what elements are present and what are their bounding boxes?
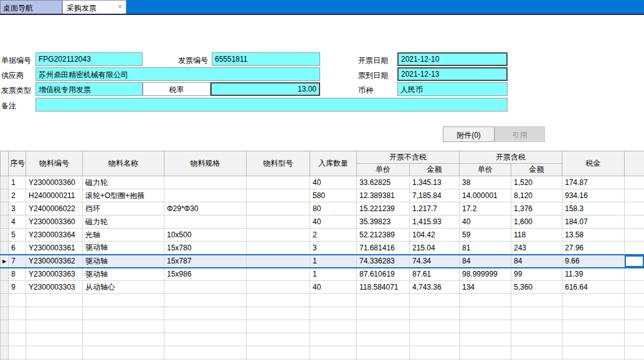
table-cell-model[interactable] bbox=[247, 216, 310, 229]
table-cell-no[interactable]: 8 bbox=[9, 268, 26, 281]
table-cell-empty[interactable] bbox=[164, 307, 247, 320]
table-cell-empty[interactable] bbox=[310, 346, 357, 359]
table-cell-no[interactable]: 3 bbox=[9, 202, 26, 216]
table-cell-amt_ex[interactable]: 1,345.13 bbox=[410, 176, 460, 189]
table-cell-qty[interactable]: 40 bbox=[310, 176, 357, 189]
table-cell-spec[interactable] bbox=[164, 189, 247, 202]
table-cell-empty[interactable] bbox=[83, 333, 164, 346]
table-cell-amt_ex[interactable]: 104.42 bbox=[410, 229, 460, 242]
table-cell-empty[interactable] bbox=[562, 333, 625, 346]
table-cell-amt_in[interactable]: 1,376 bbox=[511, 202, 562, 216]
table-cell-empty[interactable] bbox=[83, 346, 164, 359]
table-cell-empty[interactable] bbox=[625, 307, 644, 320]
table-cell-amt_in[interactable]: 8,120 bbox=[511, 189, 562, 202]
table-cell-extra[interactable] bbox=[625, 189, 644, 202]
table-cell-amt_ex[interactable]: 7,185.84 bbox=[410, 189, 460, 202]
table-cell-spec[interactable] bbox=[164, 176, 247, 189]
table-cell-name[interactable]: 从动轴心 bbox=[83, 281, 164, 294]
table-cell-unit_in[interactable]: 81 bbox=[460, 242, 511, 255]
table-cell-unit_in[interactable]: 59 bbox=[460, 229, 511, 242]
table-cell-empty[interactable] bbox=[83, 320, 164, 333]
header-name[interactable]: 物料名称 bbox=[83, 151, 164, 176]
table-cell-code[interactable]: H2400000211 bbox=[26, 189, 83, 202]
table-cell-spec[interactable]: 15x787 bbox=[164, 255, 247, 268]
table-cell-code[interactable]: Y2300003303 bbox=[26, 281, 83, 294]
table-cell-empty[interactable] bbox=[511, 346, 562, 359]
table-cell-empty[interactable] bbox=[562, 320, 625, 333]
table-cell-qty[interactable]: 3 bbox=[310, 242, 357, 255]
table-cell-amt_in[interactable]: 118 bbox=[511, 229, 562, 242]
header-unit-price-excl[interactable]: 单价 bbox=[357, 164, 410, 176]
table-cell-spec[interactable] bbox=[164, 216, 247, 229]
table-cell-empty[interactable] bbox=[83, 294, 164, 307]
table-cell-empty[interactable] bbox=[247, 307, 310, 320]
table-cell-empty[interactable] bbox=[562, 346, 625, 359]
table-cell-name[interactable]: 驱动轴 bbox=[83, 242, 164, 255]
table-cell-empty[interactable] bbox=[460, 294, 511, 307]
row-selector[interactable] bbox=[1, 216, 9, 229]
header-code[interactable]: 物料编号 bbox=[26, 151, 83, 176]
row-selector[interactable] bbox=[1, 281, 9, 294]
table-cell-amt_in[interactable]: 84 bbox=[511, 255, 562, 268]
row-selector[interactable] bbox=[1, 346, 9, 359]
invoice-type-field[interactable]: 增值税专用发票 bbox=[36, 82, 143, 96]
table-cell-amt_in[interactable]: 5,360 bbox=[511, 281, 562, 294]
table-cell-empty[interactable] bbox=[511, 307, 562, 320]
table-cell-unit_ex[interactable]: 87.610619 bbox=[357, 268, 410, 281]
table-cell-extra[interactable] bbox=[625, 202, 644, 216]
table-cell-qty[interactable]: 1 bbox=[310, 255, 357, 268]
table-cell-empty[interactable] bbox=[310, 294, 357, 307]
table-cell-amt_in[interactable]: 1,600 bbox=[511, 216, 562, 229]
table-cell-no[interactable]: 7 bbox=[9, 255, 26, 268]
table-cell-empty[interactable] bbox=[562, 307, 625, 320]
table-cell-qty[interactable]: 80 bbox=[310, 202, 357, 216]
table-cell-no[interactable]: 5 bbox=[9, 229, 26, 242]
table-cell-qty[interactable]: 40 bbox=[310, 216, 357, 229]
table-cell-qty[interactable]: 580 bbox=[310, 189, 357, 202]
row-selector[interactable] bbox=[1, 307, 9, 320]
table-cell-empty[interactable] bbox=[83, 307, 164, 320]
table-cell-unit_ex[interactable]: 35.39823 bbox=[357, 216, 410, 229]
table-cell-model[interactable] bbox=[247, 268, 310, 281]
table-cell-empty[interactable] bbox=[625, 333, 644, 346]
row-selector[interactable] bbox=[1, 320, 9, 333]
table-cell-model[interactable] bbox=[247, 255, 310, 268]
reference-button[interactable]: 引用 bbox=[495, 126, 545, 142]
tax-rate-field[interactable]: 13.00 bbox=[211, 82, 320, 96]
table-cell-empty[interactable] bbox=[310, 320, 357, 333]
table-cell-empty[interactable] bbox=[26, 333, 83, 346]
table-cell-empty[interactable] bbox=[511, 294, 562, 307]
row-selector[interactable] bbox=[1, 242, 9, 255]
table-cell-empty[interactable] bbox=[247, 294, 310, 307]
table-cell-unit_ex[interactable]: 12.389381 bbox=[357, 189, 410, 202]
table-cell-amt_in[interactable]: 1,520 bbox=[511, 176, 562, 189]
table-cell-empty[interactable] bbox=[460, 333, 511, 346]
table-cell-unit_in[interactable]: 14.000001 bbox=[460, 189, 511, 202]
table-cell-tax[interactable]: 174.87 bbox=[562, 176, 625, 189]
header-unit-price-incl[interactable]: 单价 bbox=[460, 164, 511, 176]
table-cell-empty[interactable] bbox=[164, 346, 247, 359]
table-cell-unit_ex[interactable]: 33.62825 bbox=[357, 176, 410, 189]
table-cell-spec[interactable]: 15x986 bbox=[164, 268, 247, 281]
table-cell-empty[interactable] bbox=[26, 346, 83, 359]
table-cell-model[interactable] bbox=[247, 229, 310, 242]
table-cell-empty[interactable] bbox=[460, 320, 511, 333]
header-group-incl-tax[interactable]: 开票含税 bbox=[460, 151, 562, 164]
table-cell-empty[interactable] bbox=[26, 307, 83, 320]
table-cell-empty[interactable] bbox=[9, 346, 26, 359]
table-cell-unit_in[interactable]: 98.999999 bbox=[460, 268, 511, 281]
table-cell-spec[interactable] bbox=[164, 281, 247, 294]
table-cell-amt_ex[interactable]: 74.34 bbox=[410, 255, 460, 268]
table-cell-unit_ex[interactable]: 15.221239 bbox=[357, 202, 410, 216]
table-cell-empty[interactable] bbox=[9, 320, 26, 333]
row-selector[interactable] bbox=[1, 189, 9, 202]
table-cell-empty[interactable] bbox=[357, 346, 410, 359]
table-cell-spec[interactable]: 10x500 bbox=[164, 229, 247, 242]
table-cell-name[interactable]: 光轴 bbox=[83, 229, 164, 242]
table-cell-empty[interactable] bbox=[357, 294, 410, 307]
table-cell-unit_in[interactable]: 17.2 bbox=[460, 202, 511, 216]
header-group-excl-tax[interactable]: 开票不含税 bbox=[357, 151, 460, 164]
row-selector[interactable] bbox=[1, 268, 9, 281]
table-cell-qty[interactable]: 40 bbox=[310, 281, 357, 294]
table-cell-tax[interactable]: 158.3 bbox=[562, 202, 625, 216]
